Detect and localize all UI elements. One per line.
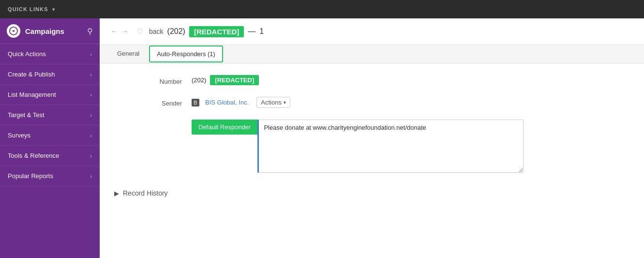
number-highlight: [REDACTED] bbox=[210, 75, 259, 85]
sender-row: Sender B BIS Global, Inc. Actions ▾ bbox=[114, 97, 629, 108]
page-header: ← → ♡ back (202) [REDACTED] — 1 bbox=[100, 18, 644, 45]
sidebar-item-label: Target & Test bbox=[8, 111, 45, 119]
form-content: Number (202) [REDACTED] Sender B BIS Glo… bbox=[100, 63, 644, 258]
sidebar-item-label: Surveys bbox=[8, 132, 30, 139]
sidebar-item-surveys[interactable]: Surveys › bbox=[0, 125, 100, 146]
quick-links-chevron-icon[interactable]: ▾ bbox=[52, 7, 55, 12]
number-value: (202) [REDACTED] bbox=[192, 75, 259, 85]
sidebar-header: Campaigns ⚲ bbox=[0, 18, 100, 44]
sidebar-item-label: Create & Publish bbox=[8, 71, 55, 78]
sidebar-item-arrow: › bbox=[90, 112, 92, 118]
number-label: Number bbox=[114, 75, 192, 85]
sidebar-logo bbox=[7, 24, 20, 38]
title-number: 1 bbox=[259, 27, 264, 36]
sidebar-title: Campaigns bbox=[25, 27, 87, 35]
number-row: Number (202) [REDACTED] bbox=[114, 75, 629, 85]
nav-back-icon[interactable]: ← bbox=[109, 26, 119, 37]
sidebar-item-tools-reference[interactable]: Tools & Reference › bbox=[0, 146, 100, 166]
sidebar-search-icon[interactable]: ⚲ bbox=[87, 27, 93, 36]
record-history-expand-icon: ▶ bbox=[114, 190, 119, 197]
favorite-icon[interactable]: ♡ bbox=[136, 27, 143, 36]
record-history-row[interactable]: ▶ Record History bbox=[114, 184, 629, 202]
sender-label: Sender bbox=[114, 97, 192, 107]
title-dash: — bbox=[248, 27, 255, 36]
page-title-area: (202) [REDACTED] — 1 bbox=[167, 26, 264, 37]
sidebar-item-arrow: › bbox=[90, 92, 92, 98]
sidebar-item-target-test[interactable]: Target & Test › bbox=[0, 105, 100, 125]
actions-chevron-icon: ▾ bbox=[284, 100, 286, 105]
sidebar: Campaigns ⚲ Quick Actions › Create & Pub… bbox=[0, 18, 100, 258]
sidebar-item-label: List Management bbox=[8, 91, 56, 98]
sidebar-item-label: Popular Reports bbox=[8, 172, 53, 180]
responder-field-group: Default Responder Please donate at www.c… bbox=[192, 120, 524, 173]
sidebar-item-list-management[interactable]: List Management › bbox=[0, 85, 100, 105]
sender-value: B BIS Global, Inc. Actions ▾ bbox=[192, 97, 290, 108]
sidebar-item-popular-reports[interactable]: Popular Reports › bbox=[0, 166, 100, 186]
sidebar-item-quick-actions[interactable]: Quick Actions › bbox=[0, 44, 100, 64]
tab-auto-responders[interactable]: Auto-Responders (1) bbox=[149, 46, 223, 62]
sidebar-item-create-publish[interactable]: Create & Publish › bbox=[0, 64, 100, 85]
actions-label: Actions bbox=[261, 99, 282, 106]
default-responder-spacer bbox=[114, 120, 192, 122]
content-area: ← → ♡ back (202) [REDACTED] — 1 General … bbox=[100, 18, 644, 258]
quick-links-label: QUICK LINKS bbox=[8, 6, 48, 12]
nav-forward-icon[interactable]: → bbox=[120, 26, 130, 37]
sender-org-icon: B bbox=[192, 99, 199, 106]
sidebar-item-arrow: › bbox=[90, 173, 92, 179]
tab-general[interactable]: General bbox=[109, 45, 147, 63]
sidebar-item-label: Quick Actions bbox=[8, 50, 46, 58]
default-responder-textarea[interactable]: Please donate at www.charityenginefounda… bbox=[257, 120, 524, 173]
tabs-bar: General Auto-Responders (1) bbox=[100, 45, 644, 63]
sidebar-item-arrow: › bbox=[90, 51, 92, 57]
default-responder-row: Default Responder Please donate at www.c… bbox=[114, 120, 629, 173]
default-responder-label: Default Responder bbox=[192, 120, 257, 135]
record-history-label: Record History bbox=[123, 189, 168, 197]
sender-name: BIS Global, Inc. bbox=[205, 99, 249, 106]
sidebar-item-label: Tools & Reference bbox=[8, 152, 59, 159]
number-prefix: (202) bbox=[192, 76, 206, 84]
sidebar-item-arrow: › bbox=[90, 153, 92, 159]
top-bar: QUICK LINKS ▾ bbox=[0, 0, 644, 18]
sidebar-item-arrow: › bbox=[90, 72, 92, 77]
sidebar-item-arrow: › bbox=[90, 133, 92, 138]
phone-prefix: (202) bbox=[167, 27, 185, 36]
back-link[interactable]: back bbox=[149, 28, 164, 35]
nav-arrows: ← → bbox=[109, 26, 130, 37]
phone-number-highlight: [REDACTED] bbox=[189, 26, 244, 37]
actions-dropdown-button[interactable]: Actions ▾ bbox=[256, 97, 290, 108]
main-layout: Campaigns ⚲ Quick Actions › Create & Pub… bbox=[0, 18, 644, 258]
